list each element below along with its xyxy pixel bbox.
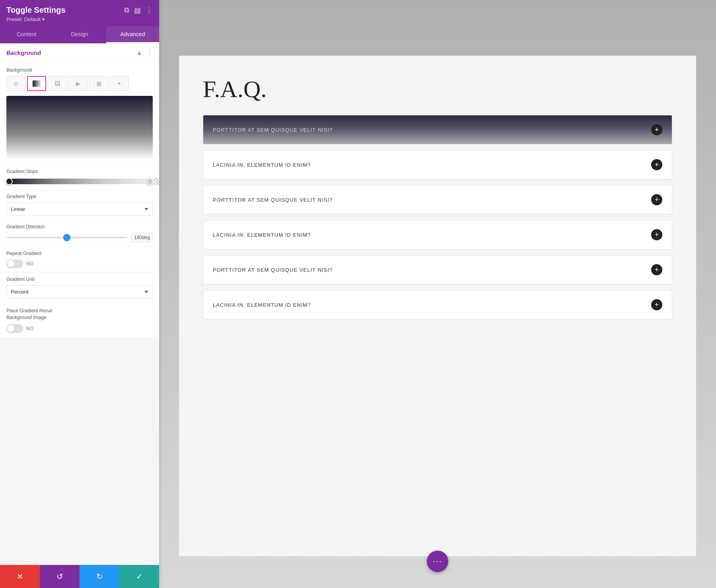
faq-item-text: LACINIA IN, ELEMENTUM ID ENIM? — [213, 162, 311, 168]
faq-title: F.A.Q. — [203, 76, 672, 103]
gradient-stops-track[interactable] — [6, 179, 153, 184]
faq-item-text: LACINIA IN, ELEMENTUM ID ENIM? — [213, 232, 311, 238]
tab-content[interactable]: Content — [0, 26, 53, 43]
gradient-direction-slider-row: 180deg — [6, 233, 153, 242]
bg-type-video[interactable]: ▶ — [68, 76, 88, 91]
repeat-gradient-toggle-label: NO — [26, 261, 33, 267]
section-more-icon[interactable]: ⋮ — [146, 49, 153, 56]
gradient-direction-track[interactable] — [6, 237, 127, 238]
faq-item-expand-icon[interactable]: + — [651, 194, 662, 205]
bg-type-mask[interactable]: ✦ — [110, 76, 129, 91]
gradient-stop-checker[interactable] — [154, 178, 159, 185]
fab-button[interactable]: ··· — [427, 551, 448, 572]
faq-item-text: PORTTITOR AT SEM QUISQUE VELIT NISI? — [213, 267, 333, 273]
gradient-unit-group: Gradient Unit Percent Em Px Vh Vw — [0, 272, 159, 302]
repeat-gradient-group: Repeat Gradient NO — [0, 246, 159, 272]
faq-item-text: PORTTITOR AT SEM QUISQUE VELIT NISI? — [213, 197, 333, 203]
panel-tabs: Content Design Advanced — [0, 26, 159, 43]
gradient-type-group: Gradient Type Linear Radial Conic — [0, 189, 159, 220]
gradient-stops-bar — [6, 177, 153, 185]
panel-preset[interactable]: Preset: Default ▾ — [6, 16, 153, 22]
toggle-knob — [7, 260, 14, 267]
section-header-icons: ▲ ⋮ — [136, 49, 153, 56]
faq-container: F.A.Q. PORTTITOR AT SEM QUISQUE VELIT NI… — [179, 56, 696, 556]
bg-type-image[interactable]: 🖼 — [48, 76, 67, 91]
section-header: Background ▲ ⋮ — [0, 43, 159, 62]
gradient-direction-value[interactable]: 180deg — [131, 233, 153, 242]
place-gradient-toggle-label: NO — [26, 326, 33, 331]
faq-item[interactable]: PORTTITOR AT SEM QUISQUE VELIT NISI? + — [203, 185, 672, 214]
faq-item[interactable]: LACINIA IN, ELEMENTUM ID ENIM? + — [203, 220, 672, 249]
save-button[interactable]: ✓ — [119, 565, 159, 588]
section-title: Background — [6, 49, 41, 56]
tab-advanced[interactable]: Advanced — [106, 26, 159, 43]
settings-panel: Toggle Settings ⧉ ▤ ⋮ Preset: Default ▾ … — [0, 0, 159, 588]
faq-item-expand-icon[interactable]: + — [651, 159, 662, 170]
bg-type-color[interactable] — [27, 76, 46, 91]
faq-item-expand-icon[interactable]: + — [651, 229, 662, 240]
panel-footer: ✕ ↺ ↻ ✓ — [0, 565, 159, 588]
faq-item[interactable]: PORTTITOR AT SEM QUISQUE VELIT NISI? + — [203, 115, 672, 144]
faq-item[interactable]: PORTTITOR AT SEM QUISQUE VELIT NISI? + — [203, 255, 672, 284]
bg-type-row: Background ⊘ — [0, 62, 159, 94]
gradient-direction-thumb[interactable] — [63, 234, 70, 241]
gradient-unit-select[interactable]: Percent Em Px Vh Vw — [6, 285, 153, 298]
faq-item[interactable]: LACINIA IN, ELEMENTUM ID ENIM? + — [203, 150, 672, 179]
gradient-type-label: Gradient Type — [6, 194, 153, 199]
panel-header-icons: ⧉ ▤ ⋮ — [124, 6, 153, 15]
gradient-unit-label: Gradient Unit — [6, 276, 153, 282]
background-section: Background ▲ ⋮ Background ⊘ — [0, 43, 159, 338]
columns-icon[interactable]: ▤ — [134, 6, 141, 15]
collapse-icon[interactable]: ▲ — [136, 49, 142, 56]
place-gradient-toggle-row: NO — [6, 324, 153, 333]
bg-type-buttons: ⊘ — [6, 76, 153, 91]
cancel-button[interactable]: ✕ — [0, 565, 40, 588]
gradient-direction-group: Gradient Direction 180deg — [0, 220, 159, 246]
faq-item-expand-icon[interactable]: + — [651, 124, 662, 135]
redo-button[interactable]: ↻ — [80, 565, 119, 588]
copy-icon[interactable]: ⧉ — [124, 6, 129, 14]
bg-type-label: Background — [6, 67, 153, 73]
gradient-direction-label: Gradient Direction — [6, 224, 153, 230]
gradient-type-select[interactable]: Linear Radial Conic — [6, 202, 153, 216]
svg-rect-0 — [33, 80, 41, 87]
faq-item-expand-icon[interactable]: + — [651, 264, 662, 275]
place-gradient-label: Place Gradient AboveBackground Image — [6, 308, 153, 321]
panel-header: Toggle Settings ⧉ ▤ ⋮ Preset: Default ▾ — [0, 0, 159, 26]
faq-item-text: PORTTITOR AT SEM QUISQUE VELIT NISI? — [213, 127, 333, 133]
gradient-icon — [33, 80, 41, 87]
place-gradient-toggle[interactable] — [6, 324, 23, 333]
gradient-stop-light[interactable] — [146, 178, 154, 185]
faq-item[interactable]: LACINIA IN, ELEMENTUM ID ENIM? + — [203, 290, 672, 319]
tab-design[interactable]: Design — [53, 26, 106, 43]
more-icon[interactable]: ⋮ — [146, 6, 153, 15]
gradient-stop-dark[interactable] — [6, 178, 13, 185]
undo-button[interactable]: ↺ — [40, 565, 80, 588]
panel-body: Background ▲ ⋮ Background ⊘ — [0, 43, 159, 565]
repeat-gradient-label: Repeat Gradient — [6, 251, 153, 256]
faq-item-expand-icon[interactable]: + — [651, 299, 662, 310]
gradient-preview — [6, 96, 153, 160]
bg-type-none[interactable]: ⊘ — [6, 76, 25, 91]
place-gradient-section: Place Gradient AboveBackground Image NO — [0, 302, 159, 338]
panel-title: Toggle Settings — [6, 6, 66, 15]
bg-type-pattern[interactable]: ▦ — [89, 76, 108, 91]
gradient-stops-label: Gradient Stops — [6, 169, 153, 174]
place-toggle-knob — [7, 325, 14, 332]
main-area: F.A.Q. PORTTITOR AT SEM QUISQUE VELIT NI… — [159, 0, 716, 588]
gradient-stops-group: Gradient Stops — [0, 164, 159, 189]
faq-item-text: LACINIA IN, ELEMENTUM ID ENIM? — [213, 302, 311, 308]
repeat-gradient-toggle-row: NO — [6, 259, 153, 268]
repeat-gradient-toggle[interactable] — [6, 259, 23, 268]
